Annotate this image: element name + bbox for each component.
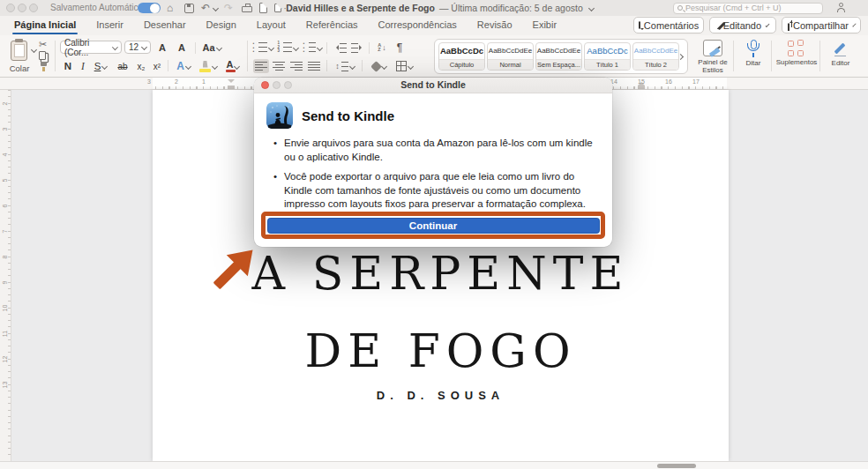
tab-inserir[interactable]: Inserir <box>89 16 131 35</box>
group-divider <box>771 41 772 71</box>
line-spacing-button[interactable] <box>333 59 356 73</box>
increase-indent-button[interactable] <box>349 41 365 55</box>
ruler-vertical[interactable]: 2345678910111213 <box>0 90 11 461</box>
highlight-button[interactable] <box>198 59 219 73</box>
multilevel-list-button[interactable]: • • • <box>302 41 323 55</box>
style-sem-espacamento[interactable]: AaBbCcDdEe Sem Espaça... <box>535 42 582 71</box>
tab-design[interactable]: Design <box>199 16 243 35</box>
share-button[interactable]: Compartilhar <box>782 17 861 34</box>
align-right-button[interactable] <box>288 59 304 73</box>
styles-gallery-more-button[interactable] <box>678 52 685 61</box>
italic-icon: I <box>81 61 85 71</box>
style-label: Sem Espaça... <box>536 59 581 71</box>
paste-button[interactable] <box>11 40 27 61</box>
indent-icon <box>359 45 364 50</box>
show-paragraph-marks-button[interactable]: ¶ <box>393 41 406 55</box>
ruler-number: 8 <box>2 252 8 263</box>
comments-button[interactable]: Comentários <box>633 17 704 34</box>
shrink-font-button[interactable]: A <box>175 41 191 55</box>
borders-button[interactable] <box>393 59 415 73</box>
sort-button[interactable]: AZ <box>374 41 390 55</box>
decrease-indent-button[interactable] <box>332 41 348 55</box>
dictate-button[interactable]: Ditar <box>739 40 767 68</box>
align-left-button[interactable] <box>253 59 269 73</box>
numbering-button[interactable]: 1 2 3 <box>277 41 298 55</box>
font-size-combo[interactable]: 12 <box>124 41 151 54</box>
style-normal[interactable]: AaBbCcDdEe Normal <box>487 42 534 71</box>
continue-button[interactable]: Continuar <box>267 218 600 234</box>
horizontal-scrollbar[interactable] <box>0 461 868 469</box>
style-titulo-1[interactable]: AaBbCcDc Título 1 <box>584 42 631 71</box>
editor-button[interactable]: Editor <box>824 40 857 68</box>
justify-button[interactable] <box>306 59 322 73</box>
pilcrow-icon: ¶ <box>397 41 402 54</box>
paste-chevron-icon[interactable] <box>31 47 37 53</box>
tab-referencias[interactable]: Referências <box>299 16 365 35</box>
sort-icon: AZ <box>378 43 385 53</box>
align-center-button[interactable] <box>271 59 287 73</box>
dialog-header: Send to Kindle <box>266 102 600 129</box>
text-effects-button[interactable]: A <box>173 59 194 73</box>
line-spacing-chevron-icon <box>349 63 355 69</box>
tab-layout[interactable]: Layout <box>250 16 293 35</box>
group-divider <box>819 41 820 71</box>
editing-mode-button[interactable]: Editando <box>709 17 776 34</box>
kindle-app-icon <box>266 102 293 129</box>
tutorial-arrow-icon <box>205 238 265 298</box>
search-icon <box>677 5 683 11</box>
align-center-icon <box>273 62 285 71</box>
font-color-button[interactable]: A <box>222 59 243 73</box>
search-box[interactable] <box>673 3 823 14</box>
editor-label: Editor <box>832 60 850 68</box>
italic-button[interactable]: I <box>78 59 88 73</box>
ruler-number: 1 <box>202 78 206 85</box>
subscript-button[interactable]: x₂ <box>134 59 148 73</box>
style-sample: AaBbCcDdEe <box>536 43 581 59</box>
document-author: D. D. SOUSA <box>153 389 729 402</box>
strikethrough-icon: ab <box>117 62 127 71</box>
bullets-button[interactable]: • • • <box>252 41 273 55</box>
grow-font-icon: A <box>159 42 166 53</box>
styles-pane-button[interactable]: Painel de Estilos <box>693 40 732 74</box>
word-window: Salvamento Automático ⌂ ↶ ↷ ··· David Hi… <box>0 0 868 469</box>
cut-button[interactable]: ✂ <box>39 39 47 49</box>
ruler-number: 3 <box>2 124 8 135</box>
scrollbar-thumb[interactable] <box>657 464 696 468</box>
tab-correspondencias[interactable]: Correspondências <box>371 16 464 35</box>
tab-revisao[interactable]: Revisão <box>470 16 520 35</box>
multilevel-list-icon: • • • <box>303 41 316 54</box>
search-input[interactable] <box>685 4 819 12</box>
ruler-number: 2 <box>2 99 8 109</box>
dialog-bullet: Você pode exportar o arquivo para que el… <box>273 170 600 212</box>
superscript-button[interactable]: x² <box>150 59 164 73</box>
grow-font-button[interactable]: A <box>155 41 171 55</box>
document-icon <box>274 4 281 12</box>
tab-exibir[interactable]: Exibir <box>526 16 565 35</box>
addins-button[interactable]: Suplementos <box>776 40 817 67</box>
account-icon[interactable] <box>836 1 846 15</box>
multilevel-chevron-icon <box>316 44 322 50</box>
font-size-chevron-icon <box>141 44 147 50</box>
case-chevron-icon <box>215 44 221 50</box>
change-case-button[interactable]: Aa <box>200 41 223 55</box>
change-case-icon: Aa <box>202 42 214 53</box>
strikethrough-button[interactable]: ab <box>115 59 131 73</box>
indent-marker-left[interactable] <box>227 79 235 89</box>
style-label: Título 2 <box>633 59 678 71</box>
bold-button[interactable]: N <box>62 59 74 73</box>
style-label: Cápitulo <box>439 59 484 71</box>
editor-pencil-icon <box>832 40 849 57</box>
style-titulo-2[interactable]: AaBbCcDdEe Título 2 <box>632 42 679 71</box>
shading-button[interactable] <box>369 59 390 73</box>
text-effects-icon: A <box>176 60 184 72</box>
format-painter-button[interactable] <box>39 62 49 72</box>
ruler-number: 5 <box>2 175 8 186</box>
tab-desenhar[interactable]: Desenhar <box>137 16 193 35</box>
font-name-combo[interactable]: Calibri (Cor... <box>60 41 122 54</box>
ruler-number: 4 <box>2 150 8 160</box>
title-chevron-down-icon[interactable] <box>588 4 595 11</box>
underline-button[interactable]: S <box>91 59 110 73</box>
style-capitulo[interactable]: AaBbCcDc Cápitulo <box>438 42 485 71</box>
copy-button[interactable] <box>39 50 46 61</box>
tab-pagina-inicial[interactable]: Página Inicial <box>7 16 83 35</box>
